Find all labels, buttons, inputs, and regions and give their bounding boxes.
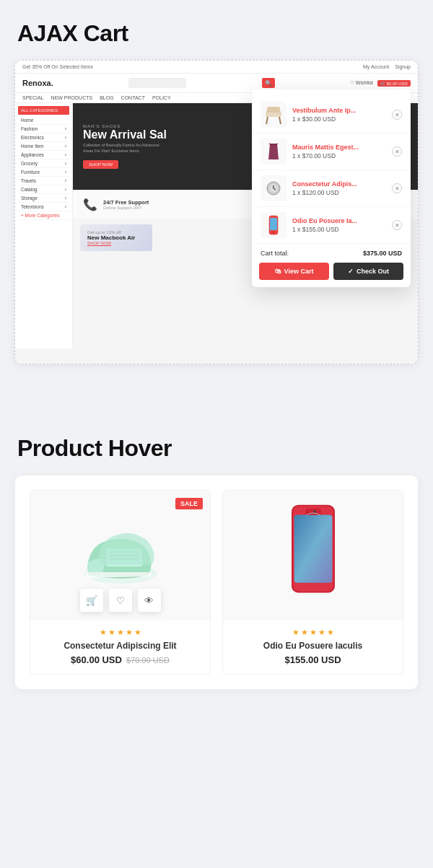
cart-item-2-image: [261, 139, 287, 165]
view-cart-button[interactable]: 🛍 View Cart: [259, 263, 329, 280]
svg-line-9: [266, 117, 268, 124]
cart-item-3-remove[interactable]: ✕: [392, 183, 402, 193]
sidebar-item-more[interactable]: + More Categories: [18, 211, 69, 220]
signup-link[interactable]: Signup: [395, 64, 411, 69]
sidebar-item[interactable]: Catalog›: [18, 185, 69, 194]
store-logo: Renoxa.: [22, 79, 53, 87]
product-1-name: Consectetur Adipiscing Elit: [39, 641, 201, 651]
menu-special[interactable]: SPECIAL: [22, 95, 44, 100]
macbook-link[interactable]: SHOP NOW: [87, 241, 145, 245]
hero-title: New Arrival Sal: [83, 128, 170, 141]
support-title: 24/7 Free Support: [103, 199, 149, 206]
product-hover-title: Product Hover: [0, 415, 433, 475]
store-topbar: Get 35% Off On Selected Items My Account…: [15, 61, 418, 74]
sale-badge: SALE: [175, 498, 203, 509]
sidebar-item[interactable]: Home Item›: [18, 142, 69, 151]
header-icons: ♡ Wishlist 🛒 $0.00 USD: [350, 80, 411, 87]
svg-point-17: [273, 232, 275, 234]
macbook-banner: Get up to 11% off New Macbook Air SHOP N…: [80, 224, 152, 251]
hero-desc: Collection of Basically Famus An Advance…: [83, 143, 170, 154]
product-2-name: Odio Eu Posuere Iaculis: [232, 641, 394, 651]
star-4: ★: [318, 628, 325, 637]
support-icon: 📞: [83, 198, 97, 211]
product-2-price-row: $155.00 USD: [232, 654, 394, 665]
cart-item-1: Vestibulum Ante Ip... 1 x $30.00 USD ✕: [252, 97, 411, 133]
star-3: ★: [310, 628, 317, 637]
ajax-cart-title: AJAX Cart: [0, 0, 433, 60]
search-bar[interactable]: [128, 78, 186, 88]
sidebar-item[interactable]: Appliances›: [18, 151, 69, 159]
product-card-2: ★ ★ ★ ★ ★ Odio Eu Posuere Iaculis $155.0…: [222, 490, 403, 675]
cart-item-4-image: [261, 212, 287, 238]
cart-dropdown: Vestibulum Ante Ip... 1 x $30.00 USD ✕ M…: [252, 89, 411, 287]
cart-item-2-price: 1 x $70.00 USD: [292, 152, 386, 159]
sidebar-item[interactable]: Storage›: [18, 194, 69, 203]
star-2: ★: [301, 628, 308, 637]
menu-blog[interactable]: BLOG: [100, 95, 113, 100]
product-2-stars: ★ ★ ★ ★ ★: [232, 628, 394, 637]
cart-item-4-price: 1 x $155.00 USD: [292, 226, 386, 233]
cart-item-1-name: Vestibulum Ante Ip...: [292, 107, 386, 115]
sidebar-item[interactable]: Televisions›: [18, 203, 69, 211]
hero-text: MAN'S SHOES New Arrival Sal Collection o…: [83, 124, 170, 170]
account-link[interactable]: My Account: [363, 64, 389, 69]
cart-item-3-info: Consectetur Adipis... 1 x $120.00 USD: [292, 180, 386, 196]
product-card-1: SALE 🛒: [30, 490, 211, 675]
cart-icon[interactable]: 🛒 $0.00 USD: [377, 80, 411, 87]
cart-bag-icon: 🛍: [275, 268, 281, 275]
svg-line-10: [279, 117, 281, 124]
sidebar-item[interactable]: Electronics›: [18, 133, 69, 142]
cart-item-4-remove[interactable]: ✕: [392, 220, 402, 230]
cart-item-2: Mauris Mattis Egest... 1 x $70.00 USD ✕: [252, 133, 411, 170]
product-1-stars: ★ ★ ★ ★ ★: [39, 628, 201, 637]
star-5: ★: [134, 628, 141, 637]
cart-item-1-price: 1 x $30.00 USD: [292, 115, 386, 123]
macbook-title: New Macbook Air: [87, 234, 145, 241]
menu-contact[interactable]: CONTACT: [121, 95, 145, 100]
cart-item-1-info: Vestibulum Ante Ip... 1 x $30.00 USD: [292, 107, 386, 123]
cart-item-4-name: Odio Eu Posuere Ia...: [292, 217, 386, 226]
support-subtitle: Online Support 24/7: [103, 206, 149, 210]
browser-mockup: Get 35% Off On Selected Items My Account…: [14, 60, 419, 364]
cart-item-2-name: Mauris Mattis Egest...: [292, 144, 386, 152]
wishlist-icon[interactable]: ♡ Wishlist: [350, 80, 373, 86]
sidebar-item[interactable]: Home: [18, 116, 69, 125]
cart-item-2-info: Mauris Mattis Egest... 1 x $70.00 USD: [292, 144, 386, 159]
promo-text: Get 35% Off On Selected Items: [22, 64, 93, 69]
star-3: ★: [117, 628, 124, 637]
check-icon: ✓: [348, 268, 354, 275]
hero-cta[interactable]: SHOP NOW: [83, 160, 118, 169]
search-button[interactable]: 🔍: [262, 78, 275, 88]
cart-total-value: $375.00 USD: [363, 250, 402, 257]
cart-item-3-price: 1 x $120.00 USD: [292, 189, 386, 196]
cart-item-4-info: Odio Eu Posuere Ia... 1 x $155.00 USD: [292, 217, 386, 233]
quick-view-icon[interactable]: 👁: [138, 589, 161, 612]
sidebar-header: ALL CATEGORIES: [18, 106, 69, 115]
sidebar-item[interactable]: Travels›: [18, 177, 69, 185]
add-to-cart-icon[interactable]: 🛒: [80, 589, 103, 612]
svg-point-28: [313, 510, 316, 513]
products-showcase: SALE 🛒: [14, 475, 419, 690]
cart-item-1-image: [261, 102, 287, 128]
menu-new-products[interactable]: NEW PRODUCTS: [51, 95, 93, 100]
star-5: ★: [327, 628, 334, 637]
wishlist-icon[interactable]: ♡: [109, 589, 132, 612]
sidebar-item[interactable]: Grocery›: [18, 159, 69, 168]
svg-rect-26: [294, 515, 332, 583]
cart-item-3-name: Consectetur Adipis...: [292, 180, 386, 189]
cart-item-1-remove[interactable]: ✕: [392, 110, 402, 120]
star-1: ★: [100, 628, 107, 637]
checkout-button[interactable]: ✓ Check Out: [333, 263, 403, 280]
cart-item-3-image: [261, 175, 287, 201]
product-2-image-area: [223, 491, 403, 621]
product-2-price: $155.00 USD: [284, 654, 341, 665]
menu-policy[interactable]: POLICY: [152, 95, 171, 100]
cart-item-2-remove[interactable]: ✕: [392, 146, 402, 157]
svg-rect-8: [267, 107, 280, 113]
cart-item-4: Odio Eu Posuere Ia... 1 x $155.00 USD ✕: [252, 207, 411, 244]
sidebar-item[interactable]: Fashion›: [18, 125, 69, 133]
store-background: Get 35% Off On Selected Items My Account…: [15, 61, 418, 364]
star-2: ★: [108, 628, 115, 637]
sidebar-item[interactable]: Furniture›: [18, 168, 69, 177]
product-hover-icons: 🛒 ♡ 👁: [30, 589, 210, 612]
